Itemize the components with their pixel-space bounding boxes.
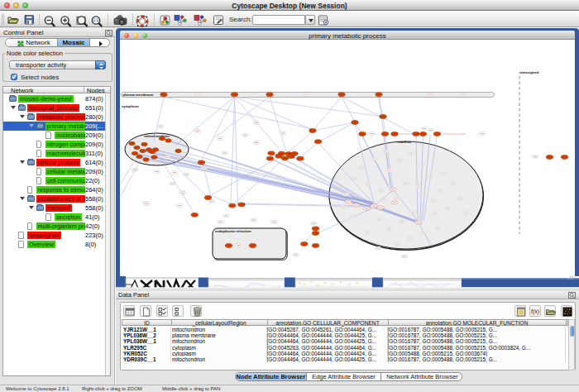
svg-text:1:1: 1:1 [93, 18, 99, 22]
svg-text:mitochondrion: mitochondrion [144, 134, 170, 138]
svg-text:unassigned: unassigned [519, 70, 539, 74]
svg-text:nucleus: nucleus [398, 140, 412, 144]
svg-text:endoplasmic reticulum: endoplasmic reticulum [215, 229, 251, 233]
svg-text:cytoplasm: cytoplasm [122, 104, 139, 108]
svg-text:plasma membrane: plasma membrane [123, 93, 154, 97]
